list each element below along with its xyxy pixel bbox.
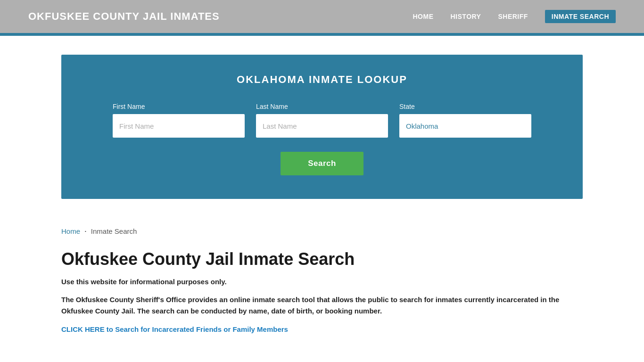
last-name-group: Last Name [256,103,388,138]
search-button[interactable]: Search [281,152,363,175]
search-fields-row: First Name Last Name State Oklahoma [90,103,554,138]
search-section: OKLAHOMA INMATE LOOKUP First Name Last N… [61,55,583,199]
nav-home[interactable]: HOME [413,13,434,20]
info-long: The Okfuskee County Sheriff's Office pro… [61,294,583,317]
state-select[interactable]: Oklahoma [399,114,531,138]
breadcrumb-home-link[interactable]: Home [61,227,80,235]
nav-sheriff[interactable]: SHERIFF [498,13,528,20]
breadcrumb-separator: • [85,229,86,233]
first-name-input[interactable] [113,114,245,138]
search-btn-row: Search [90,152,554,175]
page-title: Okfuskee County Jail Inmate Search [61,249,583,269]
breadcrumb-current: Inmate Search [91,227,137,235]
search-section-title: OKLAHOMA INMATE LOOKUP [90,74,554,86]
main-nav: HOME HISTORY SHERIFF INMATE SEARCH [413,10,616,23]
site-header: OKFUSKEE COUNTY JAIL INMATES HOME HISTOR… [0,0,644,33]
nav-inmate-search[interactable]: INMATE SEARCH [545,10,616,23]
first-name-label: First Name [113,103,245,110]
cta-link[interactable]: CLICK HERE to Search for Incarcerated Fr… [61,325,288,333]
first-name-group: First Name [113,103,245,138]
state-label: State [399,103,531,110]
state-group: State Oklahoma [399,103,531,138]
breadcrumb: Home • Inmate Search [0,218,644,245]
last-name-label: Last Name [256,103,388,110]
nav-history[interactable]: HISTORY [451,13,481,20]
header-accent-bar [0,33,644,36]
site-title: OKFUSKEE COUNTY JAIL INMATES [28,10,220,23]
info-short: Use this website for informational purpo… [61,278,583,286]
last-name-input[interactable] [256,114,388,138]
main-content: Okfuskee County Jail Inmate Search Use t… [0,245,644,362]
